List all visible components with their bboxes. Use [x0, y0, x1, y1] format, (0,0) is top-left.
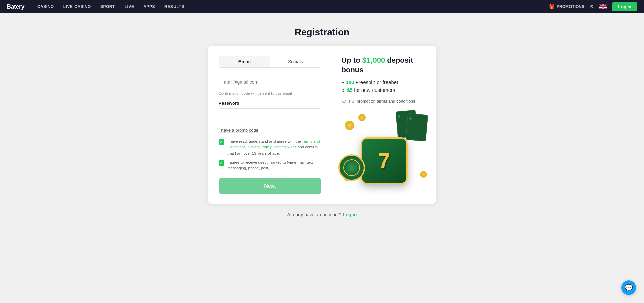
promotions-link[interactable]: 🎁 PROMOTIONS [549, 4, 584, 9]
promo-code-link[interactable]: I have a promo code [219, 128, 321, 133]
bonus-sub: + 100 Freespin or freebet of $5 for new … [342, 79, 427, 94]
email-input[interactable] [219, 75, 321, 89]
settings-icon[interactable]: ⚙ [590, 4, 594, 9]
registration-form: Email Socials Confirmation code will be … [208, 46, 332, 204]
nav-right: 🎁 PROMOTIONS ⚙ Log In [549, 2, 637, 11]
bonus-title: Up to $1,000 deposit bonus [342, 56, 427, 75]
roulette-inner [343, 159, 360, 176]
password-input[interactable] [219, 108, 321, 122]
coin-4 [420, 171, 427, 178]
tab-row: Email Socials [219, 56, 321, 68]
tab-email[interactable]: Email [219, 56, 270, 67]
next-button[interactable]: Next [219, 178, 321, 194]
checkbox-marketing-text: I agree to receive direct marketing (via… [228, 160, 321, 171]
checkmark-icon: ✓ [220, 140, 223, 144]
coin-1 [345, 121, 354, 130]
bonus-amount: $1,000 [362, 56, 385, 64]
freespin-before: + [342, 79, 346, 85]
nav-results[interactable]: RESULTS [164, 4, 184, 9]
checkbox-terms[interactable]: ✓ [219, 139, 224, 145]
gift-icon: 🎁 [549, 4, 555, 9]
chat-icon: 💬 [625, 284, 633, 292]
nav-live-casino[interactable]: LIVE CASINO [63, 4, 91, 9]
freespin-count: 100 [346, 79, 354, 85]
already-have-account: Already have an account? Log in [287, 212, 357, 217]
tab-socials[interactable]: Socials [270, 56, 321, 67]
playing-card-1: ♠ [405, 113, 428, 142]
checkmark-icon-2: ✓ [220, 161, 223, 165]
page-title: Registration [295, 27, 349, 38]
language-flag[interactable] [599, 4, 607, 9]
coin-2 [358, 114, 366, 121]
bonus-title-before: Up to [342, 56, 362, 64]
promo-terms-link[interactable]: 🛡 Full promotion terms and conditions [342, 99, 427, 104]
login-button[interactable]: Log In [612, 2, 637, 11]
slot-seven: 7 [378, 148, 390, 173]
chat-button[interactable]: 💬 [621, 280, 636, 295]
dollar-after: for new customers [353, 87, 395, 93]
shield-icon: 🛡 [342, 99, 346, 104]
promo-terms-label: Full promotion terms and conditions [349, 99, 415, 104]
betting-rules-link[interactable]: Betting Rules [274, 145, 296, 149]
privacy-link[interactable]: Privacy Policy [248, 145, 271, 149]
casino-illustration: ♠ ♠ 7 [342, 111, 427, 184]
dollar-before: of [342, 87, 347, 93]
page-content: Registration Email Socials Confirmation … [0, 13, 644, 237]
dollar-amount: $5 [347, 87, 353, 93]
already-have-text: Already have an account? [287, 212, 342, 217]
email-hint: Confirmation code will be sent to this e… [219, 91, 321, 95]
roulette-wheel [338, 154, 365, 181]
checkbox-terms-text: I have read, understand and agree with t… [228, 139, 321, 156]
password-label: Password [219, 101, 321, 106]
nav-sport[interactable]: SPORT [100, 4, 115, 9]
logo[interactable]: Batery [7, 3, 24, 10]
slot-machine: 7 [361, 137, 408, 184]
login-link[interactable]: Log in [343, 212, 357, 217]
checkbox-marketing-row: ✓ I agree to receive direct marketing (v… [219, 160, 321, 171]
nav-apps[interactable]: APPS [143, 4, 155, 9]
bonus-panel: Up to $1,000 deposit bonus + 100 Freespi… [332, 46, 436, 204]
nav-casino[interactable]: CASINO [37, 4, 54, 9]
nav-live[interactable]: LIVE [125, 4, 134, 9]
checkbox-terms-row: ✓ I have read, understand and agree with… [219, 139, 321, 156]
registration-card: Email Socials Confirmation code will be … [208, 46, 436, 204]
navbar: Batery CASINO LIVE CASINO SPORT LIVE APP… [0, 0, 644, 13]
freespin-after: Freespin or freebet [354, 79, 398, 85]
checkbox-marketing[interactable]: ✓ [219, 160, 224, 166]
